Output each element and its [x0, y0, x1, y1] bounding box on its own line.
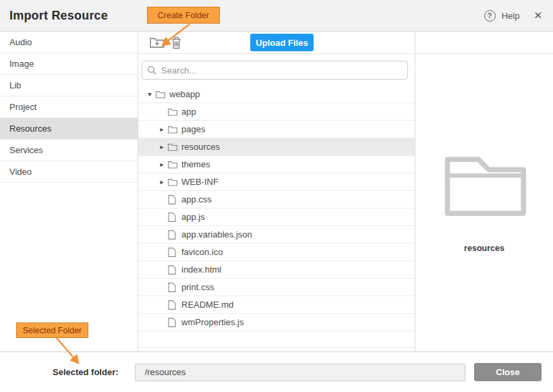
expand-arrow-icon[interactable]: ▸ — [156, 125, 168, 133]
tree-item-label: pages — [181, 124, 205, 134]
sidebar-item[interactable]: Resources — [0, 118, 138, 140]
dialog-header: Import Resource ? Help ✕ — [0, 0, 553, 32]
tree-row[interactable]: app.js — [138, 208, 415, 226]
tree-row[interactable]: ▸ resources — [138, 138, 415, 156]
file-browser-panel: Upload Files ▾ webapp app ▸ — [138, 32, 415, 352]
create-folder-icon[interactable] — [150, 36, 165, 49]
close-icon[interactable]: ✕ — [533, 9, 542, 22]
tree-item-label: favicon.ico — [181, 247, 223, 257]
sidebar-item[interactable]: Image — [0, 53, 138, 75]
file-icon — [168, 230, 181, 240]
tree-row[interactable]: README.md — [138, 296, 415, 314]
file-icon — [168, 248, 181, 257]
search-input[interactable] — [142, 61, 408, 80]
search-bar — [138, 54, 415, 86]
import-resource-dialog: Import Resource ? Help ✕ Audio Image Lib… — [0, 0, 553, 392]
sidebar-item[interactable]: Audio — [0, 32, 138, 53]
expand-arrow-icon[interactable]: ▾ — [144, 90, 156, 98]
tree-item-label: print.css — [181, 282, 214, 292]
tree-row[interactable]: index.html — [138, 261, 415, 279]
toolbar: Upload Files — [138, 32, 415, 54]
sidebar-item-label: Video — [9, 167, 32, 177]
sidebar-item-label: Audio — [9, 37, 32, 47]
tree-row[interactable]: wmProperties.js — [138, 314, 415, 331]
sidebar-item-label: Resources — [9, 123, 51, 134]
header-actions: ? Help ✕ — [484, 9, 542, 22]
preview-panel-header — [415, 32, 553, 54]
tree-item-label: index.html — [181, 264, 221, 275]
folder-icon — [168, 161, 181, 169]
preview-panel-body: resources — [415, 54, 553, 352]
folder-icon — [168, 125, 181, 134]
folder-icon — [168, 143, 181, 151]
file-icon — [168, 213, 181, 222]
file-icon — [168, 300, 181, 310]
help-link[interactable]: Help — [502, 11, 520, 21]
selected-folder-input[interactable] — [135, 364, 465, 381]
tree-row[interactable]: ▸ WEB-INF — [138, 173, 415, 191]
file-icon — [168, 265, 181, 275]
preview-panel: resources — [415, 32, 553, 352]
sidebar-item[interactable]: Services — [0, 140, 138, 161]
tree-row[interactable]: app — [138, 103, 415, 121]
tree-item-label: app — [181, 107, 196, 117]
tree-row[interactable]: app.variables.json — [138, 226, 415, 244]
file-icon — [168, 195, 181, 204]
tree-item-label: themes — [181, 159, 210, 169]
tree-row[interactable]: print.css — [138, 279, 415, 296]
category-sidebar: Audio Image Lib Project Resources Servic… — [0, 32, 138, 352]
folder-icon — [168, 178, 181, 186]
upload-files-button[interactable]: Upload Files — [250, 34, 314, 51]
selected-folder-label: Selected folder: — [53, 367, 119, 377]
tree-row[interactable]: ▾ webapp — [138, 86, 415, 103]
file-icon — [168, 318, 181, 327]
page-title: Import Resource — [9, 9, 108, 23]
delete-icon[interactable] — [171, 36, 181, 49]
selected-folder-callout: Selected Folder — [16, 323, 88, 338]
dialog-body: Audio Image Lib Project Resources Servic… — [0, 32, 553, 352]
dialog-footer: Selected folder: Close — [0, 352, 553, 392]
sidebar-item[interactable]: Lib — [0, 75, 138, 96]
tree-item-label: app.js — [181, 212, 205, 222]
tree-item-label: app.css — [181, 194, 212, 204]
tree-empty-row — [138, 331, 415, 347]
help-icon[interactable]: ? — [484, 10, 496, 22]
file-icon — [168, 283, 181, 292]
tree-row[interactable]: ▸ pages — [138, 121, 415, 138]
sidebar-item-label: Lib — [9, 80, 21, 90]
tree-row[interactable]: favicon.ico — [138, 244, 415, 261]
expand-arrow-icon[interactable]: ▸ — [156, 143, 168, 150]
tree-item-label: webapp — [169, 89, 200, 99]
close-button[interactable]: Close — [474, 363, 542, 381]
folder-icon — [156, 90, 169, 99]
sidebar-item-label: Project — [9, 102, 36, 112]
file-tree: ▾ webapp app ▸ pages ▸ res — [138, 86, 415, 352]
large-folder-icon — [442, 152, 526, 219]
tree-item-label: resources — [181, 142, 220, 152]
tree-item-label: README.md — [181, 300, 233, 310]
tree-row[interactable]: app.css — [138, 191, 415, 208]
sidebar-item-label: Services — [9, 145, 43, 155]
expand-arrow-icon[interactable]: ▸ — [156, 178, 168, 186]
sidebar-item[interactable]: Video — [0, 161, 138, 183]
sidebar-item[interactable]: Project — [0, 96, 138, 118]
expand-arrow-icon[interactable]: ▸ — [156, 161, 168, 168]
create-folder-callout: Create Folder — [147, 7, 220, 24]
sidebar-item-label: Image — [9, 59, 34, 69]
selected-folder-name: resources — [464, 244, 504, 253]
tree-item-label: app.variables.json — [181, 229, 252, 240]
tree-row[interactable]: ▸ themes — [138, 156, 415, 173]
tree-item-label: wmProperties.js — [181, 317, 243, 327]
tree-item-label: WEB-INF — [181, 177, 219, 187]
folder-icon — [168, 108, 181, 116]
